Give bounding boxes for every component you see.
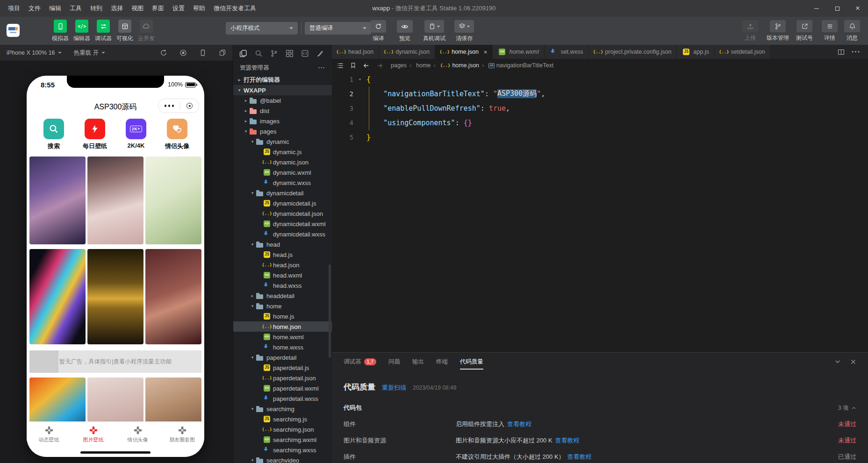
tutorial-link[interactable]: 查看教程 [507, 420, 531, 428]
tree-item[interactable]: paperdetail.wxml [233, 383, 332, 393]
panel-tab[interactable]: 问题 [388, 358, 400, 366]
outline-list-icon[interactable] [337, 62, 344, 69]
explorer-scrollbar[interactable] [329, 264, 331, 358]
panel-tab[interactable]: 调试器 1,7 [344, 358, 376, 366]
quick-action-couple-avatar[interactable]: 情侣头像 [162, 119, 192, 150]
minimize-button[interactable] [806, 0, 827, 17]
more-menu-icon[interactable] [165, 105, 174, 107]
maximize-button[interactable] [827, 0, 847, 17]
menu-item[interactable]: 帮助 [189, 0, 209, 17]
more-actions-icon[interactable]: ··· [318, 64, 325, 71]
editor-tab[interactable]: home.wxml × [493, 45, 544, 59]
tree-item[interactable]: paperdetail.json [233, 373, 332, 383]
hot-reload-select[interactable]: 热重载 开 [74, 49, 105, 57]
user-avatar[interactable] [7, 24, 20, 37]
bookmark-icon[interactable] [350, 62, 356, 69]
tabbar-item[interactable]: 情侣头像 [121, 426, 155, 443]
menu-item[interactable]: 界面 [148, 0, 168, 17]
tree-item[interactable]: dynamic.wxml [233, 167, 332, 178]
close-panel-icon[interactable] [850, 359, 856, 365]
theme-brush-icon[interactable] [316, 50, 324, 57]
breadcrumb-item[interactable]: home [407, 62, 430, 69]
split-editor-icon[interactable] [838, 50, 844, 55]
messages-button[interactable]: 消息 [844, 20, 860, 42]
wallpaper-thumbnail[interactable] [29, 249, 86, 344]
breadcrumb-item[interactable]: navigationBarTitleText [479, 62, 553, 69]
extensions-icon[interactable] [286, 50, 294, 57]
clear-cache-button[interactable]: 清缓存 [454, 20, 474, 43]
tree-item[interactable]: home [233, 301, 332, 311]
restart-icon[interactable] [160, 49, 167, 57]
tree-item[interactable]: WXAPP [233, 85, 332, 95]
menu-item[interactable]: 视图 [127, 0, 148, 17]
tree-item[interactable]: home.json [233, 321, 332, 332]
tutorial-link[interactable]: 查看教程 [555, 436, 580, 445]
tree-item[interactable]: paperdetail [233, 352, 332, 363]
tree-item[interactable]: dynamic.wxss [233, 178, 332, 188]
tutorial-link[interactable]: 查看教程 [567, 453, 592, 461]
exit-target-icon[interactable] [187, 103, 193, 109]
upload-button[interactable]: 上传 [742, 20, 758, 42]
forward-arrow-icon[interactable] [376, 62, 383, 69]
menu-item[interactable]: 项目 [4, 0, 24, 17]
tree-item[interactable]: head.js [233, 249, 332, 260]
simulator-toggle-button[interactable]: 模拟器 [50, 20, 71, 43]
editor-tab[interactable]: head.json × [332, 45, 379, 59]
menu-item[interactable]: 微信开发者工具 [209, 0, 260, 17]
compile-button[interactable]: 编译 [371, 20, 386, 43]
tree-item[interactable]: dynamic.json [233, 157, 332, 167]
tree-item[interactable]: images [233, 116, 332, 126]
version-control-button[interactable]: 版本管理 [767, 20, 789, 42]
wallpaper-thumbnail[interactable] [87, 249, 143, 344]
close-button[interactable]: × [847, 0, 868, 17]
remote-debug-button[interactable]: 真机调试 [423, 20, 445, 43]
breadcrumb-item[interactable]: home.json [431, 62, 480, 69]
collapse-panel-icon[interactable] [834, 358, 841, 365]
tree-item[interactable]: home.wxml [233, 332, 332, 342]
snippet-icon[interactable] [301, 50, 309, 57]
tree-item[interactable]: 打开的编辑器 [233, 75, 332, 85]
editor-tab[interactable]: app.js × [677, 45, 714, 59]
device-select[interactable]: iPhone X 100% 16 [7, 50, 62, 56]
panel-tab[interactable]: 代码质量 [460, 358, 483, 366]
tree-item[interactable]: head.json [233, 260, 332, 270]
details-button[interactable]: 详情 [822, 20, 838, 42]
menu-item[interactable]: 设置 [168, 0, 189, 17]
tree-item[interactable]: head [233, 239, 332, 249]
panel-tab[interactable]: 终端 [436, 358, 448, 366]
search-icon[interactable] [255, 50, 263, 57]
device-orientation-icon[interactable] [199, 49, 207, 57]
wallpaper-thumbnail[interactable] [145, 157, 201, 244]
tree-item[interactable]: head.wxml [233, 270, 332, 280]
tree-item[interactable]: searchimg.wxml [233, 435, 332, 445]
panel-tab[interactable]: 输出 [412, 358, 424, 366]
editor-tab[interactable]: dynamic.json × [379, 45, 435, 59]
tree-item[interactable]: head.wxss [233, 280, 332, 291]
tree-item[interactable]: searchimg.json [233, 424, 332, 435]
tree-item[interactable]: searchimg.wxss [233, 445, 332, 455]
tree-item[interactable]: home.wxss [233, 342, 332, 352]
wallpaper-thumbnail[interactable] [87, 157, 143, 244]
editor-tab[interactable]: set.wxss × [545, 45, 589, 59]
tree-item[interactable]: searchimg [233, 404, 332, 414]
debugger-toggle-button[interactable]: 调试器 [93, 20, 114, 43]
files-icon[interactable] [239, 50, 247, 57]
menu-item[interactable]: 工具 [65, 0, 86, 17]
preview-button[interactable]: 预览 [397, 20, 413, 43]
menu-item[interactable]: 文件 [24, 0, 45, 17]
tree-item[interactable]: dynamicdetail.wxss [233, 229, 332, 239]
cloud-dev-toggle-button[interactable]: 云开发 [136, 20, 157, 43]
tree-item[interactable]: dynamicdetail.json [233, 208, 332, 219]
breadcrumb-item[interactable]: pages [391, 62, 407, 69]
quick-action-daily-wallpaper[interactable]: 每日壁纸 [80, 119, 110, 150]
wallpaper-thumbnail[interactable] [145, 249, 201, 344]
tabbar-item[interactable]: 朋友圈套图 [165, 426, 199, 443]
tree-item[interactable]: dynamic.js [233, 147, 332, 157]
menu-item[interactable]: 转到 [86, 0, 107, 17]
editor-toggle-button[interactable]: </> 编辑器 [72, 20, 92, 43]
rescan-link[interactable]: 重新扫描 [382, 384, 406, 392]
record-stop-icon[interactable] [179, 49, 187, 57]
git-icon[interactable] [270, 50, 278, 57]
menu-item[interactable]: 选择 [107, 0, 127, 17]
collapse-section-icon[interactable] [851, 406, 856, 411]
